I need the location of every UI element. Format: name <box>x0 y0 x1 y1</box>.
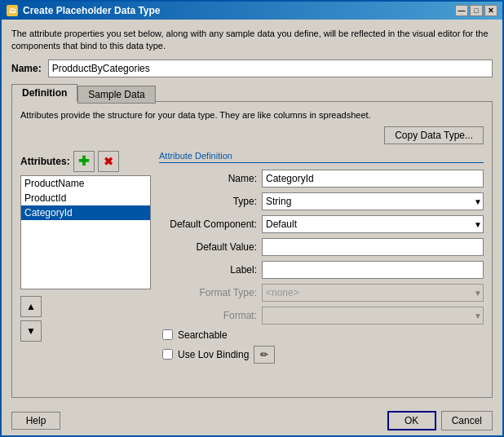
attr-type-label: Type: <box>159 196 257 207</box>
attr-format-label: Format: <box>159 310 257 321</box>
attr-label-input[interactable] <box>262 261 484 279</box>
lov-row: Use Lov Binding ✏ <box>162 346 484 364</box>
add-attribute-button[interactable]: ✚ <box>73 151 95 172</box>
attr-default-value-input[interactable] <box>262 238 484 256</box>
minimize-button[interactable]: — <box>455 5 468 16</box>
attributes-list[interactable]: ProductName ProductId CategoryId <box>20 175 151 289</box>
tabs-area: Definition Sample Data Attributes provid… <box>11 84 493 398</box>
ok-button[interactable]: OK <box>387 411 436 430</box>
list-item-selected[interactable]: CategoryId <box>21 205 150 220</box>
attributes-btn-row: Attributes: ✚ ✖ <box>20 151 151 172</box>
up-arrow-icon: ▲ <box>26 301 36 312</box>
attr-format-type-select: <none> <box>262 284 484 302</box>
help-button[interactable]: Help <box>11 412 60 430</box>
list-item[interactable]: ProductName <box>21 176 150 191</box>
window-controls: — □ ✕ <box>455 5 497 16</box>
searchable-row: Searchable <box>162 329 484 341</box>
copy-btn-row: Copy Data Type... <box>20 126 484 144</box>
attr-default-value-label: Default Value: <box>159 241 257 253</box>
attr-format-type-select-wrapper: <none> ▼ <box>262 284 484 302</box>
move-down-button[interactable]: ▼ <box>20 320 42 342</box>
description-text: The attribute properties you set below, … <box>11 28 493 53</box>
dialog-window: 🗂 Create Placeholder Data Type — □ ✕ The… <box>0 0 504 437</box>
name-row: Name: <box>11 60 493 77</box>
maximize-button[interactable]: □ <box>470 5 483 16</box>
attr-default-component-label: Default Component: <box>159 218 257 230</box>
plus-icon: ✚ <box>78 153 89 169</box>
x-icon: ✖ <box>104 155 113 168</box>
attr-default-component-select[interactable]: Default <box>262 215 484 233</box>
attr-type-select[interactable]: String Number Boolean Date <box>262 192 484 210</box>
attribute-definition-title: Attribute Definition <box>159 151 484 163</box>
attr-type-select-wrapper: String Number Boolean Date ▼ <box>262 192 484 210</box>
attr-name-input[interactable] <box>262 170 484 188</box>
attr-label-row: Label: <box>159 261 484 279</box>
attr-default-value-row: Default Value: <box>159 238 484 256</box>
bottom-right-buttons: OK Cancel <box>387 411 493 430</box>
attr-type-row: Type: String Number Boolean Date ▼ <box>159 192 484 210</box>
cancel-button[interactable]: Cancel <box>441 411 493 430</box>
attr-format-row: Format: ▼ <box>159 307 484 324</box>
title-icon: 🗂 <box>7 5 18 16</box>
move-up-button[interactable]: ▲ <box>20 296 42 317</box>
attr-format-select-wrapper: ▼ <box>262 307 484 324</box>
attr-label-label: Label: <box>159 264 257 276</box>
list-item[interactable]: ProductId <box>21 191 150 205</box>
tab-content: Attributes provide the structure for you… <box>11 101 493 398</box>
nav-buttons: ▲ ▼ <box>20 296 42 342</box>
attr-name-row: Name: <box>159 170 484 188</box>
tab-description: Attributes provide the structure for you… <box>20 110 484 120</box>
attr-format-select <box>262 307 484 324</box>
pencil-icon: ✏ <box>260 349 268 360</box>
copy-data-type-button[interactable]: Copy Data Type... <box>384 126 484 144</box>
main-area: Attributes: ✚ ✖ ProductName ProductId C <box>20 151 484 389</box>
left-panel: Attributes: ✚ ✖ ProductName ProductId C <box>20 151 151 389</box>
searchable-label: Searchable <box>178 329 228 341</box>
lov-binding-label: Use Lov Binding <box>178 349 249 360</box>
window-title: Create Placeholder Data Type <box>23 5 161 16</box>
tab-definition[interactable]: Definition <box>11 84 77 102</box>
close-button[interactable]: ✕ <box>484 5 497 16</box>
title-bar: 🗂 Create Placeholder Data Type — □ ✕ <box>2 2 502 20</box>
attributes-label: Attributes: <box>20 156 70 167</box>
lov-binding-checkbox[interactable] <box>162 349 173 360</box>
attr-name-label: Name: <box>159 173 257 184</box>
attr-default-component-row: Default Component: Default ▼ <box>159 215 484 233</box>
remove-attribute-button[interactable]: ✖ <box>98 151 119 172</box>
attr-format-type-row: Format Type: <none> ▼ <box>159 284 484 302</box>
down-arrow-icon: ▼ <box>26 325 36 337</box>
bottom-bar: Help OK Cancel <box>2 406 502 435</box>
lov-binding-edit-button[interactable]: ✏ <box>254 346 275 364</box>
tab-sample-data[interactable]: Sample Data <box>77 86 155 104</box>
right-panel: Attribute Definition Name: Type: String <box>159 151 484 389</box>
searchable-checkbox[interactable] <box>162 329 173 340</box>
attr-default-component-select-wrapper: Default ▼ <box>262 215 484 233</box>
name-label: Name: <box>11 63 42 74</box>
name-input[interactable] <box>48 60 493 77</box>
attr-format-type-label: Format Type: <box>159 287 257 298</box>
tab-row: Definition Sample Data <box>11 84 493 102</box>
